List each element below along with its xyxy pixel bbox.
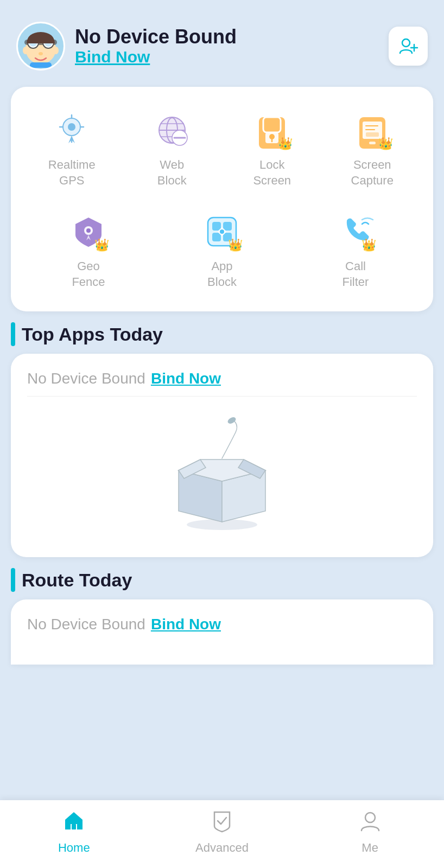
svg-rect-9 <box>30 62 52 68</box>
svg-point-7 <box>23 47 28 54</box>
features-row1: RealtimeGPS WebBlock <box>22 103 422 194</box>
web-icon-wrap <box>150 108 194 152</box>
svg-point-14 <box>68 123 75 131</box>
feature-screen-capture[interactable]: 👑 ScreenCapture <box>322 103 423 194</box>
header-bind-now[interactable]: Bind Now <box>75 48 237 66</box>
top-apps-section-header: Top Apps Today <box>11 322 433 346</box>
feature-geo-fence[interactable]: 👑 GeoFence <box>22 205 155 295</box>
nav-item-me[interactable]: Me <box>343 809 397 855</box>
empty-box-illustration <box>27 405 417 541</box>
route-section-bar <box>11 568 15 592</box>
lock-crown-icon: 👑 <box>278 137 293 151</box>
me-nav-label: Me <box>361 841 378 855</box>
gps-icon-wrap <box>50 108 93 152</box>
appblock-crown-icon: 👑 <box>228 238 243 252</box>
screen-icon-wrap: 👑 <box>351 108 394 152</box>
header-left: No Device Bound Bind Now <box>16 22 237 71</box>
screen-crown-icon: 👑 <box>378 137 393 151</box>
geofence-crown-icon: 👑 <box>94 238 109 252</box>
add-user-button[interactable] <box>389 27 428 66</box>
call-filter-label: CallFilter <box>342 259 369 290</box>
appblock-icon-wrap: 👑 <box>200 210 244 253</box>
features-row2: 👑 GeoFence 👑 AppBlock <box>22 205 422 295</box>
lock-screen-label: LockScreen <box>253 157 291 188</box>
feature-lock-screen[interactable]: 👑 LockScreen <box>222 103 322 194</box>
home-icon <box>62 809 86 838</box>
route-today-title: Route Today <box>22 570 132 591</box>
top-apps-section-bar <box>11 322 15 346</box>
advanced-nav-label: Advanced <box>195 841 249 855</box>
route-today-section-header: Route Today <box>11 568 433 592</box>
gps-label: RealtimeGPS <box>48 157 96 188</box>
svg-rect-36 <box>369 142 376 144</box>
svg-rect-41 <box>223 222 232 231</box>
route-no-device-text: No Device Bound <box>27 616 145 633</box>
header-text: No Device Bound Bind Now <box>75 26 237 66</box>
feature-app-block[interactable]: 👑 AppBlock <box>155 205 289 295</box>
geo-fence-label: GeoFence <box>72 259 105 290</box>
top-apps-divider <box>27 396 417 397</box>
svg-point-8 <box>53 47 59 54</box>
svg-point-45 <box>220 229 224 234</box>
svg-rect-35 <box>366 132 379 137</box>
feature-web-block[interactable]: WebBlock <box>122 103 223 194</box>
nav-item-home[interactable]: Home <box>47 809 101 855</box>
nav-item-advanced[interactable]: Advanced <box>195 809 249 855</box>
header-title: No Device Bound <box>75 26 237 48</box>
home-nav-label: Home <box>58 841 90 855</box>
top-apps-bind-now[interactable]: Bind Now <box>151 370 221 387</box>
me-icon <box>358 809 382 838</box>
feature-realtime-gps[interactable]: RealtimeGPS <box>22 103 122 194</box>
top-apps-no-device-text: No Device Bound <box>27 370 145 387</box>
call-icon-wrap: 👑 <box>334 210 377 253</box>
screen-capture-label: ScreenCapture <box>351 157 394 188</box>
route-no-device: No Device Bound Bind Now <box>27 616 417 633</box>
top-apps-no-device: No Device Bound Bind Now <box>27 370 417 387</box>
svg-point-47 <box>227 416 237 425</box>
call-crown-icon: 👑 <box>361 238 376 252</box>
geofence-icon-wrap: 👑 <box>67 210 110 253</box>
svg-rect-42 <box>212 233 221 241</box>
top-apps-card: No Device Bound Bind Now <box>11 354 433 557</box>
features-card: RealtimeGPS WebBlock <box>11 87 433 311</box>
avatar <box>16 22 65 71</box>
svg-point-10 <box>402 39 410 47</box>
top-apps-title: Top Apps Today <box>22 324 163 345</box>
bottom-navigation: Home Advanced Me <box>0 800 444 868</box>
route-bind-now[interactable]: Bind Now <box>151 616 221 633</box>
lock-icon-wrap: 👑 <box>250 108 294 152</box>
feature-call-filter[interactable]: 👑 CallFilter <box>289 205 422 295</box>
svg-rect-40 <box>212 222 221 231</box>
svg-point-49 <box>365 813 375 822</box>
svg-rect-48 <box>72 824 76 829</box>
svg-point-38 <box>86 228 91 233</box>
route-today-card: No Device Bound Bind Now <box>11 599 433 665</box>
app-block-label: AppBlock <box>207 259 237 290</box>
web-block-label: WebBlock <box>157 157 187 188</box>
advanced-icon <box>210 809 234 838</box>
header: No Device Bound Bind Now <box>0 0 444 81</box>
svg-point-6 <box>39 52 43 55</box>
